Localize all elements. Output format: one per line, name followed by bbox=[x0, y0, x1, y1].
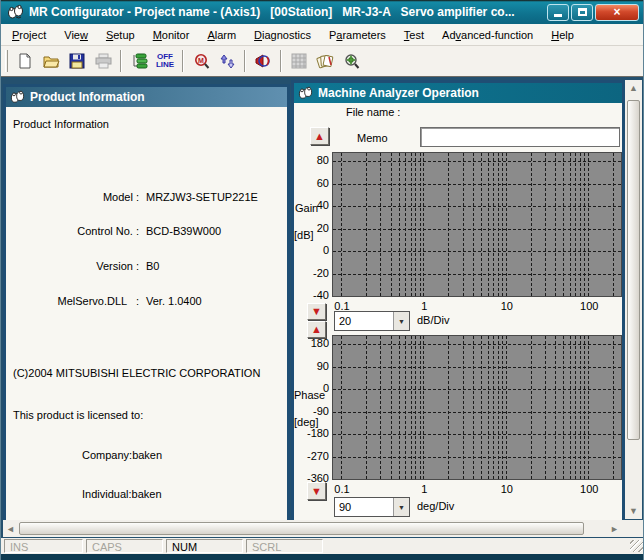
gridline bbox=[333, 389, 621, 390]
gridline bbox=[420, 153, 421, 296]
child-window-title: Machine Analyzer Operation bbox=[318, 86, 479, 100]
monitor-button[interactable]: M bbox=[189, 49, 213, 73]
horizontal-scrollbar[interactable]: ◄ ► bbox=[3, 520, 623, 537]
parameter-grid-icon bbox=[291, 53, 307, 69]
toolbar-grip[interactable] bbox=[5, 50, 8, 72]
status-indicator-scrl: SCRL bbox=[246, 539, 323, 553]
y-tick-label: 60 bbox=[296, 177, 329, 189]
mr-configurator-window: MR Configurator - Project name - (Axis1)… bbox=[0, 0, 644, 560]
save-icon bbox=[69, 53, 85, 69]
gridline bbox=[588, 336, 589, 479]
dropdown-arrow-icon[interactable]: ▼ bbox=[393, 498, 409, 516]
gridline bbox=[502, 336, 503, 479]
app-icon bbox=[10, 90, 25, 104]
menu-item-advanced-function[interactable]: Advanced-function bbox=[433, 26, 542, 44]
gridline bbox=[423, 153, 424, 296]
status-indicator-caps: CAPS bbox=[86, 539, 163, 553]
gain-axis-title: Gain bbox=[295, 202, 318, 214]
menu-item-diagnostics[interactable]: Diagnostics bbox=[245, 26, 320, 44]
menu-item-view[interactable]: View bbox=[55, 26, 97, 44]
phase-div-unit-label: deg/Div bbox=[417, 500, 454, 512]
license-company: Company:baken bbox=[82, 449, 162, 461]
status-indicator-ins: INS bbox=[4, 539, 83, 553]
system-settings-button[interactable] bbox=[127, 49, 151, 73]
vertical-scroll-thumb[interactable] bbox=[627, 100, 640, 440]
test-mode-button[interactable] bbox=[313, 49, 337, 73]
field-value: Ver. 1.0400 bbox=[146, 295, 202, 307]
menu-item-monitor[interactable]: Monitor bbox=[144, 26, 199, 44]
menu-item-test[interactable]: Test bbox=[395, 26, 433, 44]
scroll-left-icon[interactable]: ◄ bbox=[3, 524, 18, 534]
phase-div-select[interactable]: 90 ▼ bbox=[334, 497, 410, 517]
gridline bbox=[333, 274, 621, 275]
gridline bbox=[366, 336, 367, 479]
toolbar-separator bbox=[280, 50, 282, 72]
gridline bbox=[366, 153, 367, 296]
system-settings-tree-icon bbox=[131, 53, 148, 69]
gridline bbox=[506, 153, 507, 296]
field-label: Control No. : bbox=[6, 225, 139, 237]
gridline bbox=[613, 336, 614, 479]
scroll-down-icon[interactable]: ▼ bbox=[625, 506, 642, 516]
print-button[interactable] bbox=[91, 49, 115, 73]
y-tick-label: 80 bbox=[296, 154, 329, 166]
gridline bbox=[531, 153, 532, 296]
maximize-button[interactable] bbox=[571, 4, 593, 21]
gain-div-select[interactable]: 20 ▼ bbox=[334, 311, 410, 331]
scroll-down-red-button[interactable]: ▼ bbox=[307, 482, 326, 500]
advanced-function-button[interactable] bbox=[339, 49, 363, 73]
close-button[interactable]: × bbox=[595, 4, 639, 21]
menu-item-setup[interactable]: Setup bbox=[97, 26, 144, 44]
scroll-up-icon[interactable]: ▲ bbox=[625, 83, 642, 93]
gain-axis-unit: [dB] bbox=[294, 229, 314, 241]
gridline bbox=[405, 153, 406, 296]
scroll-down-red-button[interactable]: ▼ bbox=[307, 303, 326, 320]
vertical-scrollbar[interactable]: ▲ ▼ bbox=[625, 80, 642, 519]
x-tick-label: 1 bbox=[407, 483, 441, 495]
gridline bbox=[473, 153, 474, 296]
dropdown-arrow-icon[interactable]: ▼ bbox=[393, 312, 409, 330]
gridline bbox=[333, 457, 621, 458]
monitor-magnifier-icon: M bbox=[193, 53, 210, 70]
gridline bbox=[506, 336, 507, 479]
resize-grip[interactable] bbox=[630, 540, 643, 552]
gridline bbox=[555, 336, 556, 479]
gridline bbox=[420, 336, 421, 479]
x-tick-label: 0.1 bbox=[325, 483, 359, 495]
window-title: MR Configurator - Project name - (Axis1)… bbox=[29, 5, 547, 19]
test-cards-icon bbox=[316, 53, 334, 69]
phase-x-axis-labels: 0.1110100 bbox=[332, 483, 622, 496]
menu-bar: ProjectViewSetupMonitorAlarmDiagnosticsP… bbox=[1, 24, 644, 46]
minimize-button[interactable] bbox=[547, 4, 569, 21]
menu-item-project[interactable]: Project bbox=[3, 26, 55, 44]
x-tick-label: 10 bbox=[490, 483, 524, 495]
gridline bbox=[498, 153, 499, 296]
alarm-button[interactable] bbox=[251, 49, 275, 73]
menu-item-parameters[interactable]: Parameters bbox=[320, 26, 395, 44]
open-project-button[interactable] bbox=[39, 49, 63, 73]
io-display-button[interactable] bbox=[215, 49, 239, 73]
gridline bbox=[333, 344, 621, 345]
scroll-right-icon[interactable]: ► bbox=[607, 524, 622, 534]
memo-input[interactable] bbox=[420, 127, 620, 147]
toolbar: OFFLINE M bbox=[1, 46, 644, 77]
menu-item-help[interactable]: Help bbox=[542, 26, 583, 44]
new-document-button[interactable] bbox=[13, 49, 37, 73]
phase-y-axis-labels: 180900-90-180-270-360 bbox=[296, 335, 329, 480]
parameters-button[interactable] bbox=[287, 49, 311, 73]
menu-item-alarm[interactable]: Alarm bbox=[198, 26, 245, 44]
offline-button[interactable]: OFFLINE bbox=[153, 49, 177, 73]
print-icon bbox=[95, 53, 112, 69]
gridline bbox=[333, 184, 621, 185]
machine-analyzer-titlebar[interactable]: Machine Analyzer Operation bbox=[294, 83, 622, 103]
product-information-titlebar[interactable]: Product Information bbox=[6, 87, 287, 107]
save-button[interactable] bbox=[65, 49, 89, 73]
horizontal-scroll-thumb[interactable] bbox=[19, 522, 584, 535]
memo-label: Memo bbox=[357, 132, 388, 144]
gridline bbox=[555, 153, 556, 296]
gain-div-value: 20 bbox=[335, 312, 393, 330]
scroll-up-red-button[interactable]: ▲ bbox=[310, 127, 329, 145]
title-bar[interactable]: MR Configurator - Project name - (Axis1)… bbox=[1, 0, 644, 24]
toolbar-separator bbox=[182, 50, 184, 72]
gridline bbox=[570, 153, 571, 296]
